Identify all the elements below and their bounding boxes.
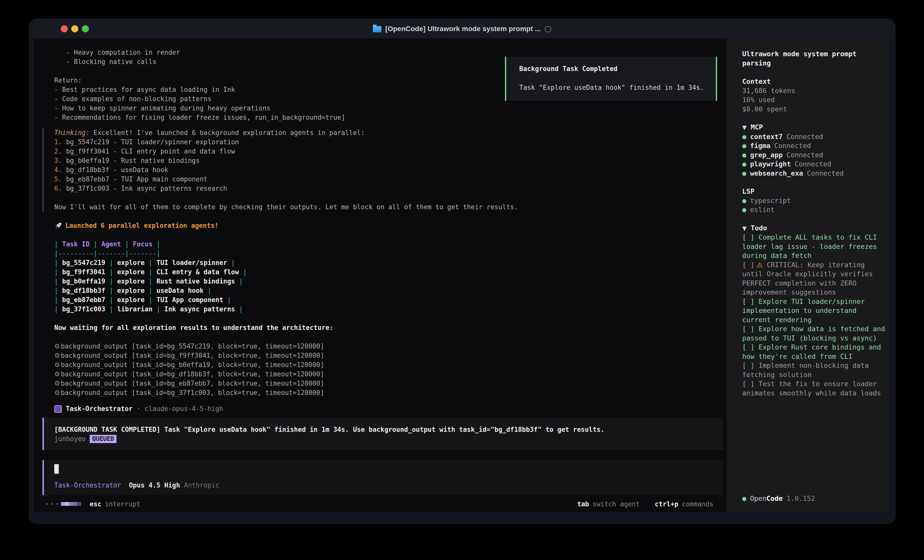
minimize-button[interactable] (71, 25, 78, 32)
thinking-list-item: 3. bg_b0effa19 - Rust native bindings (54, 156, 723, 165)
titlebar: [OpenCode] Ultrawork mode system prompt … (29, 19, 895, 38)
thinking-label: Thinking: (54, 129, 90, 136)
context-used: 16% used (742, 95, 889, 105)
agent-name: Task-Orchestrator (66, 404, 133, 413)
status-dot-icon: ● (742, 197, 746, 205)
chevron-down-icon: ▼ (742, 225, 747, 232)
table-row: |bg_5547c219|explore|TUI loader/spinner| (54, 258, 723, 268)
todo-item: [ ] Implement non-blocking data fetching… (742, 361, 889, 379)
queued-badge: QUEUED (90, 435, 117, 443)
zoom-button[interactable] (82, 25, 89, 32)
version-number: 1.0.152 (786, 494, 815, 502)
status-dot-icon: ● (742, 151, 746, 159)
mcp-item: ●websearch_exaConnected (742, 169, 889, 178)
todo-item: [ ] Explore Rust core bindings and how t… (742, 343, 889, 361)
loading-circle-icon: ◯ (544, 25, 552, 32)
brand-name: Open (750, 494, 766, 502)
todo-item: [ ] Explore TUI loader/spinner implement… (742, 297, 889, 325)
announcement-text: Launched 6 parallel exploration agents! (65, 221, 219, 230)
folder-icon (373, 26, 381, 32)
input-meta: Task-Orchestrator Opus 4.5 High Anthropi… (54, 481, 723, 490)
todo-heading[interactable]: ▼Todo (742, 223, 889, 233)
thinking-list-item: 4. bg_df18bb3f - useData hook (54, 165, 723, 175)
mcp-item: ●context7Connected (742, 132, 889, 142)
chevron-down-icon: ▼ (742, 124, 747, 131)
tool-call-list: ⚙background_output [task_id=bg_5547c219,… (54, 342, 723, 397)
app-version: ●OpenCode1.0.152 (742, 494, 815, 503)
tool-call-line: ⚙background_output [task_id=bg_37f1c003,… (54, 388, 723, 397)
status-dot-icon: ● (742, 169, 746, 177)
todo-item: [ ] Explore how data is fetched and pass… (742, 324, 889, 343)
table-row: |bg_eb87ebb7|explore|TUI App component| (54, 295, 723, 305)
tool-call-line: ⚙background_output [task_id=bg_5547c219,… (54, 342, 723, 351)
tool-result-line: - Recommendations for fixing loader free… (54, 113, 723, 122)
spinner-gradient (61, 502, 81, 506)
lsp-item: ●eslint (742, 205, 889, 214)
waiting-line: Now waiting for all exploration results … (54, 323, 723, 332)
input-provider: Anthropic (184, 481, 219, 489)
tool-call-line: ⚙background_output [task_id=bg_df18bb3f,… (54, 370, 723, 379)
table-divider-row: |---------|-------|-------| (54, 249, 723, 258)
tool-call-line: ⚙background_output [task_id=bg_b0effa19,… (54, 360, 723, 370)
input-agent-name[interactable]: Task-Orchestrator (54, 481, 121, 489)
session-title: Ultrawork mode system prompt parsing (742, 49, 889, 68)
spinner-dots (46, 503, 58, 505)
gear-icon: ⚙ (54, 361, 60, 368)
thinking-list-item: 5. bg_eb87ebb7 - TUI App main component (54, 175, 723, 184)
tab-key-hint: tab (577, 500, 589, 508)
rocket-icon (54, 222, 62, 230)
mcp-item: ●figmaConnected (742, 141, 889, 151)
thinking-list-item: 6. bg_37f1c003 - Ink async patterns rese… (54, 184, 723, 193)
message-author: junhoyeo (54, 434, 86, 443)
tool-call-line: ⚙background_output [task_id=bg_eb87ebb7,… (54, 379, 723, 388)
gear-icon: ⚙ (54, 370, 60, 378)
transcript: - Heavy computation in render - Blocking… (34, 38, 727, 495)
completed-message-meta: junhoyeo QUEUED (54, 434, 723, 443)
tab-action-label: switch agent (592, 500, 640, 508)
agent-icon (54, 405, 62, 413)
context-tokens: 31,686 tokens (742, 86, 889, 96)
thinking-outro: Now I'll wait for all of them to complet… (54, 202, 723, 212)
mcp-item: ●grep_appConnected (742, 151, 889, 160)
background-task-toast[interactable]: Background Task Completed Task "Explore … (505, 57, 717, 101)
toast-title: Background Task Completed (519, 64, 716, 73)
gear-icon: ⚙ (54, 352, 60, 359)
text-cursor (54, 464, 59, 474)
status-dot-icon: ● (742, 142, 746, 150)
status-dot-icon: ● (742, 133, 746, 141)
todo-item: [ ] Test the fix to ensure loader animat… (742, 379, 889, 398)
close-button[interactable] (61, 25, 68, 32)
todo-item: [ ] ⚠ CRITICAL: Keep iterating until Ora… (742, 261, 889, 297)
gear-icon: ⚙ (54, 343, 60, 350)
esc-action-label: interrupt (105, 500, 140, 508)
warning-icon: ⚠ (754, 261, 763, 269)
announcement-line: Launched 6 parallel exploration agents! (54, 221, 723, 230)
agent-model: claude-opus-4-5-high (145, 404, 223, 413)
ctrlp-action-label: commands (682, 500, 713, 508)
agents-table: |Task ID|Agent|Focus| |---------|-------… (54, 240, 723, 314)
traffic-lights (61, 25, 89, 32)
table-row: |bg_37f1c003|librarian|Ink async pattern… (54, 305, 723, 314)
toast-body: Task "Explore useData hook" finished in … (519, 83, 716, 92)
background-completed-message: [BACKGROUND TASK COMPLETED] Task "Explor… (42, 418, 723, 450)
prompt-input[interactable]: Task-Orchestrator Opus 4.5 High Anthropi… (42, 460, 723, 495)
input-model[interactable]: Opus 4.5 High (129, 481, 180, 489)
context-heading: Context (742, 77, 889, 86)
gear-icon: ⚙ (54, 389, 60, 397)
completed-message-text: [BACKGROUND TASK COMPLETED] Task "Explor… (54, 425, 723, 434)
agent-signature: Task-Orchestrator · claude-opus-4-5-high (54, 404, 723, 413)
mcp-heading[interactable]: ▼MCP (742, 123, 889, 132)
terminal-window: [OpenCode] Ultrawork mode system prompt … (29, 19, 896, 524)
thinking-list-item: 2. bg_f9ff3041 - CLI entry point and dat… (54, 147, 723, 156)
window-title: [OpenCode] Ultrawork mode system prompt … (385, 25, 541, 33)
status-dot-icon: ● (742, 206, 746, 214)
status-left: esc interrupt (46, 500, 140, 508)
lsp-item: ●typescript (742, 196, 889, 205)
thinking-intro: Thinking: Excellent! I've launched 6 bac… (54, 128, 723, 138)
todo-item: [ ] Complete ALL tasks to fix CLI loader… (742, 233, 889, 261)
gear-icon: ⚙ (54, 380, 60, 387)
mcp-item: ●playwrightConnected (742, 160, 889, 169)
tool-call-line: ⚙background_output [task_id=bg_f9ff3041,… (54, 351, 723, 360)
esc-key-hint: esc (90, 500, 102, 508)
ctrlp-key-hint: ctrl+p (655, 500, 678, 508)
